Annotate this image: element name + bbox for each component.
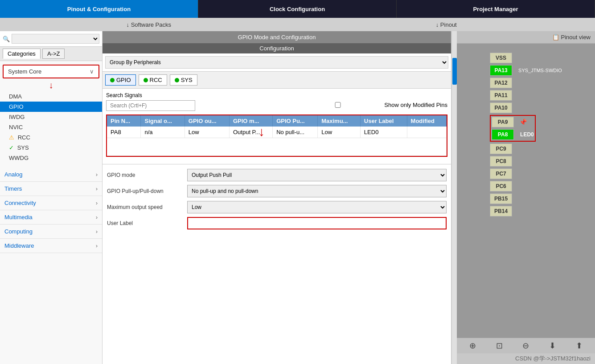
- group-by-select-row: Group By Peripherals: [103, 53, 451, 72]
- sidebar-section-connectivity[interactable]: Connectivity ›: [0, 196, 102, 210]
- max-speed-label: Maximum output speed: [107, 204, 187, 210]
- pin-vss[interactable]: VSS: [490, 53, 512, 63]
- export-button[interactable]: ⬆: [576, 341, 583, 351]
- cell-gpio-out: Low: [185, 127, 229, 138]
- chevron-right-icon-computing: ›: [96, 228, 98, 235]
- sidebar-search-area: 🔍: [0, 31, 102, 47]
- peripheral-tab-rcc[interactable]: RCC: [139, 74, 167, 86]
- pin-row-pa12: PA12: [490, 78, 562, 88]
- scrollbar-thumb[interactable]: [452, 58, 457, 85]
- tab-clock-configuration[interactable]: Clock Configuration: [198, 0, 397, 18]
- gpio-pull-select[interactable]: No pull-up and no pull-down: [187, 185, 447, 197]
- pin-pc9[interactable]: PC9: [490, 143, 512, 154]
- group-by-select[interactable]: Group By Peripherals: [105, 56, 448, 69]
- th-gpio-pull: GPIO Pu...: [273, 115, 318, 127]
- th-gpio-mode: GPIO m...: [229, 115, 272, 127]
- sidebar-section-multimedia[interactable]: Multimedia ›: [0, 210, 102, 225]
- cell-signal: n/a: [141, 127, 185, 138]
- peripheral-tab-gpio[interactable]: GPIO: [105, 74, 136, 86]
- frame-button[interactable]: ⊡: [496, 341, 503, 351]
- max-speed-select[interactable]: Low: [187, 201, 447, 213]
- gpio-pull-label: GPIO Pull-up/Pull-down: [107, 188, 187, 194]
- th-signal: Signal o...: [141, 115, 185, 127]
- search-signals-input[interactable]: [106, 100, 195, 111]
- th-gpio-out: GPIO ou...: [185, 115, 229, 127]
- user-label-input[interactable]: LED0: [187, 217, 447, 229]
- pinout-nav[interactable]: ↓ Pinout: [298, 21, 595, 28]
- sidebar-section-timers[interactable]: Timers ›: [0, 182, 102, 196]
- main-layout: 🔍 Categories A->Z System Core ∨ ↓: [0, 31, 595, 364]
- tab-categories[interactable]: Categories: [3, 49, 41, 59]
- pinout-view-button[interactable]: 📋 Pinout view: [552, 34, 591, 41]
- search-icon: 🔍: [3, 36, 10, 42]
- warning-icon: ⚠: [9, 134, 14, 141]
- arrow-annotation-1: ↓: [0, 80, 102, 90]
- sidebar-section-computing[interactable]: Computing ›: [0, 225, 102, 239]
- sidebar-section-analog[interactable]: Analog ›: [0, 168, 102, 182]
- th-max-speed: Maximu...: [318, 115, 361, 127]
- pin-row-pc8: PC8: [490, 156, 562, 167]
- cell-gpio-mode: Output P...: [229, 127, 272, 138]
- sidebar-item-wwdg[interactable]: WWDG: [0, 153, 102, 163]
- config-form: GPIO mode Output Push Pull GPIO Pull-up/…: [103, 164, 451, 237]
- scrollbar-area: [451, 31, 457, 364]
- sidebar-item-gpio[interactable]: GPIO: [0, 102, 102, 112]
- download-button[interactable]: ⬇: [549, 341, 556, 351]
- peripheral-tab-sys[interactable]: SYS: [170, 74, 197, 86]
- table-row[interactable]: PA8 n/a Low Output P... No pull-u... Low…: [107, 127, 447, 138]
- pin-pc7[interactable]: PC7: [490, 168, 512, 179]
- highlighted-pin-box: PA9 📌 PA8 LED0: [490, 115, 536, 142]
- chevron-down-icon: ∨: [90, 68, 94, 75]
- pin-row-vss: VSS: [490, 53, 562, 63]
- top-navigation: Pinout & Configuration Clock Configurati…: [0, 0, 595, 18]
- pin-row-pc6: PC6: [490, 181, 562, 192]
- table-empty-row: [107, 138, 447, 156]
- sidebar-item-rcc[interactable]: ⚠ RCC: [0, 132, 102, 143]
- show-modified-checkbox[interactable]: [293, 102, 382, 108]
- sidebar-item-dma[interactable]: DMA: [0, 91, 102, 102]
- search-row: Show only Modified Pins: [106, 100, 447, 111]
- pin-row-pa10: PA10: [490, 102, 562, 113]
- pin-pc8[interactable]: PC8: [490, 156, 512, 167]
- tab-a-to-z[interactable]: A->Z: [42, 49, 65, 59]
- secondary-navigation: ↓ Software Packs ↓ Pinout: [0, 18, 595, 31]
- chevron-right-icon-middleware: ›: [96, 242, 98, 249]
- pin-pa9[interactable]: PA9: [492, 117, 514, 127]
- zoom-in-button[interactable]: ⊕: [469, 341, 476, 351]
- user-label-row: User Label LED0: [107, 217, 447, 229]
- pin-pa13[interactable]: PA13: [490, 65, 512, 76]
- software-packs-nav[interactable]: ↓ Software Packs: [0, 21, 298, 28]
- panel-title: GPIO Mode and Configuration: [103, 31, 451, 43]
- system-core-category[interactable]: System Core ∨: [3, 65, 99, 78]
- pin-row-pc9: PC9: [490, 143, 562, 154]
- right-panel: 📋 Pinout view VSS PA13 SYS_JTMS-SWDIO: [457, 31, 595, 364]
- user-label-label: User Label: [107, 220, 187, 226]
- search-select[interactable]: [12, 34, 99, 44]
- gpio-mode-select[interactable]: Output Push Pull: [187, 169, 447, 181]
- sidebar-section-middleware[interactable]: Middleware ›: [0, 239, 102, 253]
- pin-pa8[interactable]: PA8: [492, 129, 514, 140]
- chevron-right-icon-analog: ›: [96, 171, 98, 178]
- cell-user-label: LED0: [360, 127, 407, 138]
- sidebar-item-iwdg[interactable]: IWDG: [0, 112, 102, 122]
- gpio-table-container: Pin N... Signal o... GPIO ou... GPIO m..…: [106, 115, 447, 157]
- tab-project-manager[interactable]: Project Manager: [397, 0, 595, 18]
- tab-pinout-configuration[interactable]: Pinout & Configuration: [0, 0, 198, 18]
- sidebar-item-sys[interactable]: ✓ SYS: [0, 143, 102, 153]
- pin-pb14[interactable]: PB14: [490, 206, 512, 217]
- cell-gpio-pull: No pull-u...: [273, 127, 318, 138]
- search-signals-area: Search Signals Show only Modified Pins: [103, 89, 451, 115]
- peripheral-tabs: GPIO RCC SYS: [103, 72, 451, 89]
- chevron-right-icon-multimedia: ›: [96, 214, 98, 221]
- pin-pa10[interactable]: PA10: [490, 102, 512, 113]
- pin-pa13-desc: SYS_JTMS-SWDIO: [518, 68, 562, 73]
- pinout-icon: 📋: [552, 34, 559, 41]
- zoom-out-button[interactable]: ⊖: [522, 341, 529, 351]
- pin-pa12[interactable]: PA12: [490, 78, 512, 88]
- pin-pb15[interactable]: PB15: [490, 193, 512, 204]
- pin-pa11[interactable]: PA11: [490, 90, 512, 101]
- search-signals-label: Search Signals: [106, 92, 447, 98]
- pin-pc6[interactable]: PC6: [490, 181, 512, 192]
- pin-row-pb14: PB14: [490, 206, 562, 217]
- sidebar-item-nvic[interactable]: NVIC: [0, 122, 102, 132]
